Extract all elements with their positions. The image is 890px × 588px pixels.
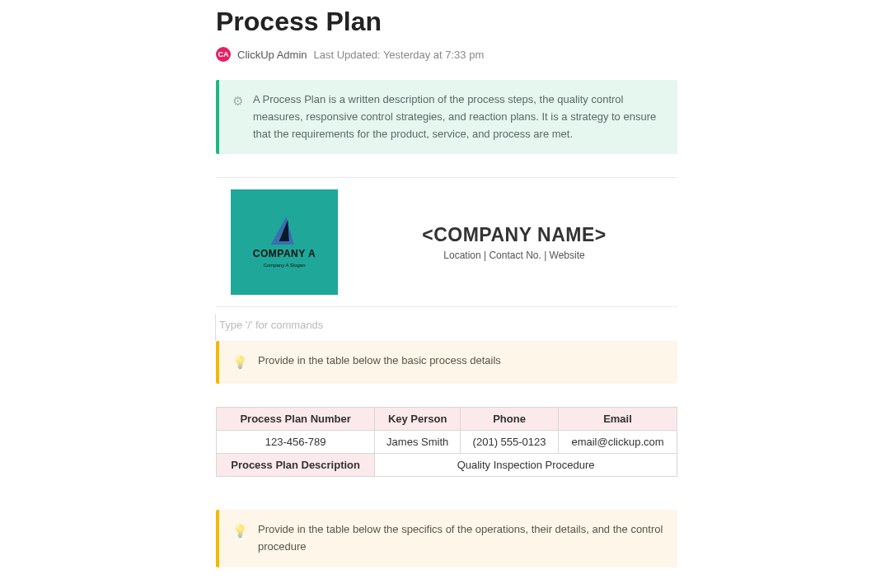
company-block: COMPANY A Company A Slogan <COMPANY NAME…	[216, 189, 677, 295]
header-email: Email	[558, 408, 677, 431]
company-text[interactable]: <COMPANY NAME> Location | Contact No. | …	[351, 224, 677, 261]
header-key-person: Key Person	[375, 408, 461, 431]
info-callout[interactable]: ⚙ A Process Plan is a written descriptio…	[216, 80, 677, 154]
process-details-table[interactable]: Process Plan Number Key Person Phone Ema…	[216, 407, 677, 477]
company-subline: Location | Contact No. | Website	[351, 250, 677, 261]
lightbulb-icon: 💡	[232, 521, 248, 556]
tip-callout-text: Provide in the table below the basic pro…	[258, 352, 501, 372]
tip-callout-text: Provide in the table below the specifics…	[258, 521, 664, 556]
cell-desc[interactable]: Quality Inspection Procedure	[375, 454, 677, 477]
page-meta: CA ClickUp Admin Last Updated: Yesterday…	[216, 47, 677, 62]
info-callout-text: A Process Plan is a written description …	[253, 91, 664, 142]
slash-command-prompt[interactable]: Type '/' for commands	[215, 314, 677, 341]
divider	[216, 306, 677, 307]
logo-icon	[271, 217, 298, 245]
tip-callout-1[interactable]: 💡 Provide in the table below the basic p…	[216, 341, 677, 384]
header-phone: Phone	[461, 408, 559, 431]
company-name-placeholder: <COMPANY NAME>	[351, 224, 677, 246]
logo-name: COMPANY A	[253, 248, 316, 259]
cell-plan-number[interactable]: 123-456-789	[217, 431, 375, 454]
author-name[interactable]: ClickUp Admin	[237, 49, 307, 61]
cell-key-person[interactable]: James Smith	[375, 431, 461, 454]
logo-slogan: Company A Slogan	[263, 263, 305, 268]
gear-icon: ⚙	[232, 91, 243, 142]
divider	[216, 177, 677, 178]
company-logo[interactable]: COMPANY A Company A Slogan	[231, 189, 338, 295]
header-desc: Process Plan Description	[217, 454, 375, 477]
header-plan-number: Process Plan Number	[217, 408, 375, 431]
author-avatar[interactable]: CA	[216, 47, 231, 62]
last-updated: Last Updated: Yesterday at 7:33 pm	[314, 49, 485, 61]
tip-callout-2[interactable]: 💡 Provide in the table below the specifi…	[216, 510, 677, 567]
page-title: Process Plan	[216, 7, 677, 37]
lightbulb-icon: 💡	[232, 352, 248, 372]
cell-email[interactable]: email@clickup.com	[558, 431, 677, 454]
cell-phone[interactable]: (201) 555-0123	[461, 431, 559, 454]
